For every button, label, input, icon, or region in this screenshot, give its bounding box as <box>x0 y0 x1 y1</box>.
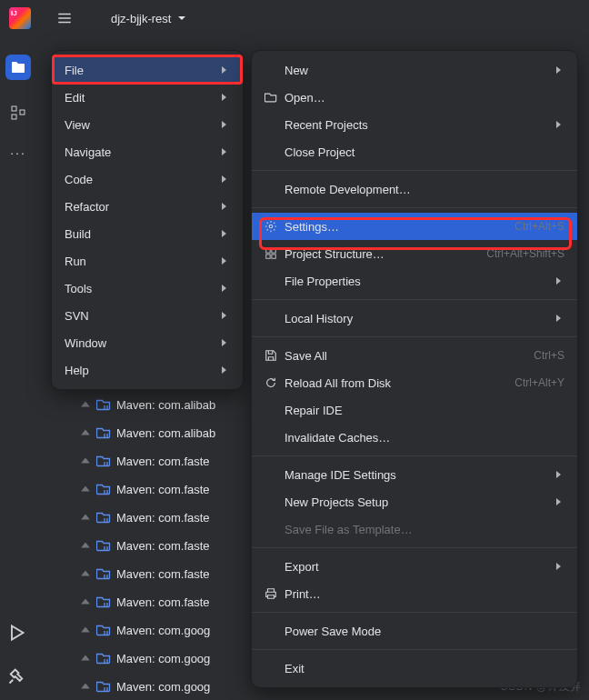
menu-item-label: Manage IDE Settings <box>285 468 554 482</box>
menu-item-label: Print… <box>285 587 564 601</box>
svg-rect-1 <box>12 115 16 119</box>
svg-rect-5 <box>266 255 270 258</box>
run-button[interactable] <box>7 624 25 642</box>
library-icon <box>96 595 111 609</box>
menu-item-file-properties[interactable]: File Properties <box>252 267 577 295</box>
chevron-right-icon <box>80 596 91 607</box>
menu-item-invalidate-caches[interactable]: Invalidate Caches… <box>252 424 577 451</box>
chevron-right-icon <box>554 65 564 75</box>
menu-item-new[interactable]: New <box>252 56 577 84</box>
menu-item-export[interactable]: Export <box>252 553 577 580</box>
chevron-right-icon <box>219 365 230 375</box>
menu-item-open[interactable]: Open… <box>252 84 577 111</box>
chevron-right-icon <box>219 256 230 265</box>
library-icon <box>96 397 111 412</box>
chevron-right-icon <box>219 229 230 238</box>
chevron-right-icon <box>554 314 564 323</box>
tree-item-label: Maven: com.faste <box>116 455 210 468</box>
menu-item-exit[interactable]: Exit <box>252 655 577 682</box>
menu-item-label: Export <box>285 560 554 574</box>
tree-item-label: Maven: com.faste <box>116 511 210 525</box>
library-icon <box>96 566 111 581</box>
library-icon <box>96 510 111 525</box>
tree-item-label: Maven: com.faste <box>116 567 210 581</box>
tree-item-label: Maven: com.faste <box>116 483 210 496</box>
library-icon <box>96 425 111 440</box>
menu-item-reload-all-from-disk[interactable]: Reload All from DiskCtrl+Alt+Y <box>252 369 577 396</box>
chevron-right-icon <box>80 653 91 664</box>
menu-item-recent-projects[interactable]: Recent Projects <box>252 111 577 138</box>
menu-item-save-file-as-template[interactable]: Save File as Template… <box>252 515 577 543</box>
menu-item-close-project[interactable]: Close Project <box>252 138 577 165</box>
menu-item-save-all[interactable]: Save AllCtrl+S <box>252 342 577 369</box>
menu-item-window[interactable]: Window <box>52 329 243 356</box>
chevron-right-icon <box>80 540 91 551</box>
menu-item-label: Project Structure… <box>285 247 486 261</box>
tree-item-label: Maven: com.faste <box>116 539 210 553</box>
menu-item-tools[interactable]: Tools <box>52 275 243 302</box>
menu-item-label: SVN <box>65 309 219 323</box>
menu-item-svn[interactable]: SVN <box>52 302 243 329</box>
menu-item-project-structure[interactable]: Project Structure…Ctrl+Alt+Shift+S <box>252 240 577 267</box>
save-icon <box>265 349 285 362</box>
rail-structure[interactable] <box>5 100 31 125</box>
gear-icon <box>265 220 285 233</box>
main-menu: FileEditViewNavigateCodeRefactorBuildRun… <box>51 50 244 390</box>
menu-item-local-history[interactable]: Local History <box>252 305 577 332</box>
menu-item-settings[interactable]: Settings…Ctrl+Alt+S <box>252 213 577 240</box>
library-icon <box>96 651 111 665</box>
chevron-right-icon <box>554 470 564 479</box>
menu-item-help[interactable]: Help <box>52 356 243 384</box>
menu-item-label: New <box>285 64 554 77</box>
menu-item-run[interactable]: Run <box>52 247 243 275</box>
menu-item-code[interactable]: Code <box>52 165 243 193</box>
chevron-right-icon <box>80 625 91 635</box>
main-menu-button[interactable] <box>56 10 73 26</box>
menu-item-label: Save File as Template… <box>285 523 564 536</box>
chevron-right-icon <box>80 455 91 466</box>
print-icon <box>265 587 285 600</box>
chevron-right-icon <box>554 497 564 506</box>
menu-item-label: Exit <box>285 662 564 675</box>
build-button[interactable] <box>7 667 25 685</box>
menu-item-edit[interactable]: Edit <box>52 84 243 111</box>
menu-item-new-projects-setup[interactable]: New Projects Setup <box>252 488 577 515</box>
chevron-right-icon <box>80 484 91 495</box>
rail-project[interactable] <box>5 55 31 80</box>
menu-item-navigate[interactable]: Navigate <box>52 138 243 165</box>
menu-item-refactor[interactable]: Refactor <box>52 193 243 220</box>
svg-rect-7 <box>272 255 275 258</box>
menu-item-label: Save All <box>285 349 534 363</box>
chevron-right-icon <box>219 311 230 320</box>
chevron-right-icon <box>80 427 91 438</box>
chevron-right-icon <box>219 284 230 293</box>
menu-item-label: Help <box>65 364 219 377</box>
svg-rect-2 <box>20 110 25 115</box>
menu-item-label: Close Project <box>285 145 564 159</box>
menu-item-manage-ide-settings[interactable]: Manage IDE Settings <box>252 461 577 488</box>
project-selector[interactable]: djz-bjjk-rest <box>111 12 187 25</box>
svg-rect-4 <box>266 249 270 253</box>
menu-item-label: Build <box>65 227 219 241</box>
app-logo <box>9 7 31 29</box>
chevron-right-icon <box>219 147 230 156</box>
menu-item-repair-ide[interactable]: Repair IDE <box>252 396 577 424</box>
menu-item-file[interactable]: File <box>52 56 243 84</box>
menu-item-view[interactable]: View <box>52 111 243 138</box>
shortcut-label: Ctrl+Alt+Shift+S <box>486 247 564 260</box>
tree-item-label: Maven: com.goog <box>116 624 210 637</box>
menu-item-power-save-mode[interactable]: Power Save Mode <box>252 617 577 645</box>
chevron-right-icon <box>80 568 91 579</box>
chevron-down-icon <box>176 13 187 24</box>
menu-item-remote-development[interactable]: Remote Development… <box>252 175 577 203</box>
rail-more[interactable]: ··· <box>10 145 26 160</box>
chevron-right-icon <box>554 120 564 129</box>
menu-item-print[interactable]: Print… <box>252 580 577 607</box>
chevron-right-icon <box>219 65 230 75</box>
menu-item-label: Local History <box>285 312 554 325</box>
menu-item-label: New Projects Setup <box>285 495 554 509</box>
library-icon <box>96 482 111 496</box>
menu-item-build[interactable]: Build <box>52 220 243 247</box>
tree-item-label: Maven: com.goog <box>116 680 210 694</box>
file-submenu: NewOpen…Recent ProjectsClose ProjectRemo… <box>251 50 578 688</box>
